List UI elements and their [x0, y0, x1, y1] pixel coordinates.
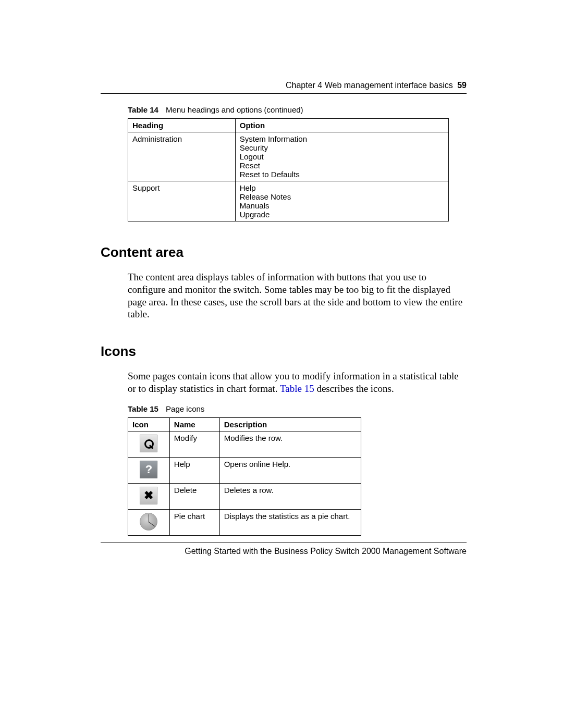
heading-icons: Icons: [101, 343, 467, 360]
cell-name: Pie chart: [169, 509, 219, 535]
chapter-line: Chapter 4 Web management interface basic…: [286, 81, 453, 90]
table15: Icon Name Description Modify Modifies th…: [128, 417, 361, 536]
cell-options: System Information Security Logout Reset…: [235, 132, 448, 181]
footer: Getting Started with the Business Policy…: [101, 542, 467, 556]
cell-desc: Modifies the row.: [219, 431, 361, 457]
cell-name: Help: [169, 457, 219, 483]
cell-desc: Opens online Help.: [219, 457, 361, 483]
th-icon: Icon: [128, 417, 170, 431]
table14: Heading Option Administration System Inf…: [128, 118, 449, 221]
header-rule: [101, 93, 467, 94]
option-item: Reset: [240, 161, 444, 170]
table-row: Icon Name Description: [128, 417, 361, 431]
running-head: Chapter 4 Web management interface basic…: [101, 81, 467, 93]
table15-label: Table 15: [128, 404, 158, 413]
para-content-area: The content area displays tables of info…: [128, 271, 467, 320]
footer-rule: [101, 542, 467, 542]
table14-caption: Table 14 Menu headings and options (cont…: [128, 105, 467, 114]
table-row: Heading Option: [128, 119, 449, 132]
cell-icon: [128, 509, 170, 535]
table-row: Pie chart Displays the statistics as a p…: [128, 509, 361, 535]
table-row: Support Help Release Notes Manuals Upgra…: [128, 181, 449, 221]
delete-icon: [140, 487, 157, 504]
page: Chapter 4 Web management interface basic…: [101, 81, 467, 559]
option-item: System Information: [240, 134, 444, 143]
table-row: Modify Modifies the row.: [128, 431, 361, 457]
cell-icon: [128, 431, 170, 457]
magnifier-icon: [140, 435, 157, 452]
table15-title: Page icons: [166, 404, 204, 413]
cell-desc: Deletes a row.: [219, 483, 361, 509]
para-icons: Some pages contain icons that allow you …: [128, 370, 467, 395]
option-item: Reset to Defaults: [240, 170, 444, 179]
cell-name: Modify: [169, 431, 219, 457]
option-item: Help: [240, 183, 444, 192]
th-option: Option: [235, 119, 448, 132]
page-number: 59: [457, 81, 467, 90]
th-desc: Description: [219, 417, 361, 431]
table15-caption: Table 15 Page icons: [128, 404, 467, 413]
heading-content-area: Content area: [101, 244, 467, 261]
para-icons-post: describes the icons.: [314, 383, 394, 394]
option-item: Release Notes: [240, 192, 444, 201]
table14-title: Menu headings and options (continued): [166, 105, 303, 114]
table14-label: Table 14: [128, 105, 158, 114]
option-item: Upgrade: [240, 210, 444, 219]
table-row: Help Opens online Help.: [128, 457, 361, 483]
cell-options: Help Release Notes Manuals Upgrade: [235, 181, 448, 221]
cell-heading: Administration: [128, 132, 236, 181]
th-name: Name: [169, 417, 219, 431]
help-icon: [140, 461, 157, 478]
footer-text: Getting Started with the Business Policy…: [101, 547, 467, 556]
cell-icon: [128, 483, 170, 509]
cell-desc: Displays the statistics as a pie chart.: [219, 509, 361, 535]
option-item: Logout: [240, 152, 444, 161]
cell-heading: Support: [128, 181, 236, 221]
pie-chart-icon: [140, 513, 157, 530]
table-row: Administration System Information Securi…: [128, 132, 449, 181]
table-row: Delete Deletes a row.: [128, 483, 361, 509]
link-table15[interactable]: Table 15: [280, 383, 314, 394]
cell-icon: [128, 457, 170, 483]
th-heading: Heading: [128, 119, 236, 132]
option-item: Security: [240, 143, 444, 152]
cell-name: Delete: [169, 483, 219, 509]
option-item: Manuals: [240, 201, 444, 210]
